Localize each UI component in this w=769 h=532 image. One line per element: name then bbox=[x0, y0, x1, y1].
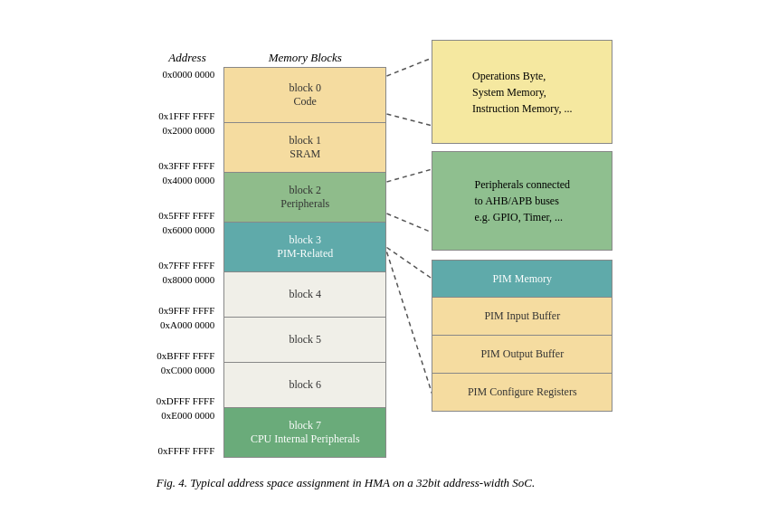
memory-block-3: block 3PIM-Related bbox=[223, 223, 386, 272]
block-label-3-1: PIM-Related bbox=[277, 247, 333, 261]
block-label-3-0: block 3 bbox=[289, 233, 321, 248]
memory-block-2: block 2Peripherals bbox=[223, 173, 386, 223]
block-label-6-0: block 6 bbox=[289, 378, 321, 393]
pim-item-2: PIM Output Buffer bbox=[432, 336, 612, 374]
pim-item-1: PIM Input Buffer bbox=[432, 298, 612, 336]
figure-caption: Fig. 4. Typical address space assignment… bbox=[157, 474, 613, 492]
addr-bot-7: 0xFFFF FFFF bbox=[158, 445, 215, 456]
addr-bot-1: 0x3FFF FFFF bbox=[158, 160, 214, 171]
addr-bot-6: 0xDFFF FFFF bbox=[157, 395, 215, 406]
block-label-4-0: block 4 bbox=[289, 288, 321, 302]
callout1-text: Operations Byte,System Memory,Instructio… bbox=[472, 68, 573, 117]
addr-bot-2: 0x5FFF FFFF bbox=[158, 210, 214, 221]
callout-box-2: Peripherals connectedto AHB/APB busese.g… bbox=[432, 151, 612, 251]
callout-box-1: Operations Byte,System Memory,Instructio… bbox=[432, 40, 612, 144]
memory-block-4: block 4 bbox=[223, 272, 386, 318]
pim-label-0: PIM Memory bbox=[492, 272, 552, 286]
right-column: Operations Byte,System Memory,Instructio… bbox=[395, 40, 612, 412]
addr-bot-0: 0x1FFF FFFF bbox=[158, 110, 214, 121]
block-label-1-1: SRAM bbox=[290, 147, 320, 162]
memory-block-0: block 0Code bbox=[223, 67, 386, 123]
address-pair-1: 0x2000 00000x3FFF FFFF bbox=[157, 123, 219, 173]
diagram-wrapper: Address 0x0000 00000x1FFF FFFF0x2000 000… bbox=[157, 40, 613, 492]
block-label-7-1: CPU Internal Peripherals bbox=[251, 432, 360, 447]
memory-block-5: block 5 bbox=[223, 318, 386, 363]
addr-top-4: 0x8000 0000 bbox=[163, 274, 215, 285]
block-label-2-1: Peripherals bbox=[280, 197, 329, 212]
block-label-1-0: block 1 bbox=[289, 134, 321, 148]
pim-label-3: PIM Configure Registers bbox=[468, 385, 577, 399]
address-pair-4: 0x8000 00000x9FFF FFFF bbox=[157, 272, 219, 318]
memory-col-header: Memory Blocks bbox=[223, 40, 386, 67]
pim-label-2: PIM Output Buffer bbox=[480, 347, 564, 361]
callout2-text: Peripherals connectedto AHB/APB busese.g… bbox=[474, 176, 570, 225]
addr-top-2: 0x4000 0000 bbox=[163, 175, 215, 185]
addr-top-6: 0xC000 0000 bbox=[161, 365, 215, 375]
memory-block-1: block 1SRAM bbox=[223, 123, 386, 173]
pim-item-0: PIM Memory bbox=[432, 260, 612, 298]
block-label-0-1: Code bbox=[294, 95, 317, 109]
address-pair-3: 0x6000 00000x7FFF FFFF bbox=[157, 223, 219, 272]
addr-top-5: 0xA000 0000 bbox=[160, 319, 214, 330]
block-label-7-0: block 7 bbox=[289, 419, 321, 433]
caption-text: Typical address space assignment in HMA … bbox=[190, 476, 535, 489]
addr-top-3: 0x6000 0000 bbox=[163, 224, 215, 235]
addr-top-1: 0x2000 0000 bbox=[163, 125, 215, 136]
memory-column: Memory Blocks block 0Codeblock 1SRAMbloc… bbox=[223, 40, 386, 458]
address-col-header: Address bbox=[157, 40, 219, 67]
fig-label: Fig. 4. bbox=[157, 476, 187, 489]
pim-label-1: PIM Input Buffer bbox=[484, 309, 560, 323]
memory-block-6: block 6 bbox=[223, 363, 386, 408]
addr-top-0: 0x0000 0000 bbox=[163, 69, 215, 80]
addr-bot-4: 0x9FFF FFFF bbox=[158, 305, 214, 316]
address-pair-2: 0x4000 00000x5FFF FFFF bbox=[157, 173, 219, 223]
address-column: Address 0x0000 00000x1FFF FFFF0x2000 000… bbox=[157, 40, 219, 458]
addr-bot-3: 0x7FFF FFFF bbox=[158, 260, 214, 271]
address-pair-6: 0xC000 00000xDFFF FFFF bbox=[157, 363, 219, 408]
memory-block-7: block 7CPU Internal Peripherals bbox=[223, 408, 386, 458]
addr-bot-5: 0xBFFF FFFF bbox=[157, 350, 214, 361]
address-pair-0: 0x0000 00000x1FFF FFFF bbox=[157, 67, 219, 123]
diagram-container: Address 0x0000 00000x1FFF FFFF0x2000 000… bbox=[157, 40, 613, 458]
address-pair-7: 0xE000 00000xFFFF FFFF bbox=[157, 408, 219, 458]
addr-top-7: 0xE000 0000 bbox=[161, 410, 214, 421]
address-pair-5: 0xA000 00000xBFFF FFFF bbox=[157, 318, 219, 363]
block-label-2-0: block 2 bbox=[289, 184, 321, 198]
block-label-5-0: block 5 bbox=[289, 333, 321, 347]
pim-item-3: PIM Configure Registers bbox=[432, 374, 612, 412]
block-label-0-0: block 0 bbox=[289, 81, 321, 96]
